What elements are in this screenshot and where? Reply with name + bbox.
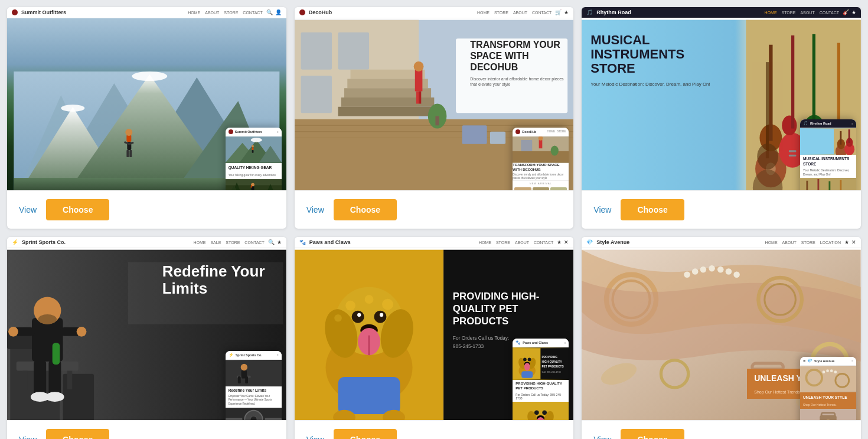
svg-rect-59 — [539, 140, 543, 148]
sprint-title: Redefine Your Limits — [162, 263, 280, 297]
browser-bar-paws: 🐾 Paws and Claws HOME STORE ABOUT CONTAC… — [295, 237, 574, 248]
svg-point-117 — [45, 392, 64, 402]
svg-point-162 — [523, 358, 527, 362]
svg-rect-106 — [67, 371, 72, 390]
mobile-mockup-style: ≡ 💎 Style Avenue ≡ — [800, 357, 856, 420]
icons-rhythm: 🎸 ★ — [843, 9, 856, 15]
sprint-text-block: Redefine Your Limits — [162, 263, 280, 297]
brand-dot-deco — [299, 9, 305, 15]
choose-button-style[interactable]: Choose — [621, 429, 684, 439]
svg-rect-87 — [840, 131, 841, 145]
svg-rect-97 — [828, 181, 830, 190]
svg-rect-120 — [226, 360, 282, 386]
svg-rect-76 — [812, 34, 815, 129]
svg-rect-115 — [48, 360, 61, 395]
svg-point-190 — [717, 266, 724, 273]
svg-point-205 — [830, 369, 833, 372]
paws-mob-img2 — [513, 402, 569, 420]
card-sprint-sports: ⚡ Sprint Sports Co. HOME SALE STORE CONT… — [7, 237, 286, 439]
svg-rect-57 — [513, 151, 569, 162]
svg-text:Call: 985-245-1733: Call: 985-245-1733 — [542, 372, 561, 374]
svg-text:PROVIDING: PROVIDING — [542, 356, 558, 359]
view-button-style[interactable]: View — [593, 435, 611, 439]
preview-paws: 🐾 Paws and Claws HOME STORE ABOUT CONTAC… — [295, 237, 574, 420]
svg-point-21 — [250, 138, 262, 142]
rhythm-mob-img — [800, 128, 856, 155]
svg-point-204 — [826, 369, 829, 372]
svg-rect-40 — [338, 32, 369, 70]
svg-text:PET PRODUCTS: PET PRODUCTS — [542, 365, 564, 368]
svg-rect-104 — [17, 362, 79, 371]
choose-button-sprint[interactable]: Choose — [46, 429, 109, 439]
view-button-summit[interactable]: View — [19, 205, 37, 214]
rhythm-mob-sub: Your Melodic Destination: Discover, Drea… — [800, 168, 856, 178]
view-button-deco[interactable]: View — [306, 205, 324, 214]
browser-bar-sprint: ⚡ Sprint Sports Co. HOME SALE STORE CONT… — [7, 237, 286, 248]
svg-rect-148 — [338, 377, 400, 414]
deco-mob-img — [513, 136, 569, 163]
svg-point-203 — [823, 370, 825, 373]
svg-rect-46 — [338, 107, 437, 116]
paws-mob-img: PROVIDING HIGH-QUALITY PET PRODUCTS Call… — [513, 347, 569, 380]
nav-sprint: HOME SALE STORE CONTACT — [193, 240, 264, 245]
icons-style: ★ ✕ — [844, 239, 856, 245]
mobile-mockup-sprint: ⚡ Sprint Sports Co. ≡ — [226, 351, 282, 420]
choose-button-rhythm[interactable]: Choose — [621, 199, 684, 220]
svg-point-123 — [240, 363, 247, 370]
choose-button-summit[interactable]: Choose — [46, 199, 109, 220]
choose-button-deco[interactable]: Choose — [334, 199, 397, 220]
style-mob-img — [800, 366, 856, 392]
footer-paws: View Choose — [295, 420, 574, 439]
svg-rect-73 — [789, 155, 797, 157]
svg-point-145 — [382, 299, 393, 310]
svg-rect-41 — [301, 76, 332, 113]
svg-rect-23 — [252, 150, 253, 153]
svg-point-192 — [734, 271, 740, 278]
sprint-mob-img — [226, 360, 282, 386]
svg-point-206 — [834, 370, 837, 373]
view-button-sprint[interactable]: View — [19, 435, 37, 439]
scene-summit: Summit Outfitters ≡ — [7, 18, 286, 190]
brand-name-summit: Summit Outfitters — [21, 9, 66, 15]
svg-point-12 — [125, 129, 132, 136]
svg-text:For Orders Call us Today:: For Orders Call us Today: — [453, 335, 509, 341]
svg-rect-90 — [849, 129, 850, 143]
svg-rect-67 — [769, 45, 773, 141]
svg-rect-50 — [419, 91, 421, 103]
svg-rect-13 — [126, 150, 129, 157]
preview-decohub: DecoHub HOME STORE ABOUT CONTACT 🛒 ★ — [295, 7, 574, 190]
svg-point-187 — [692, 268, 699, 275]
mob-img2-summit — [226, 179, 282, 190]
brand-name-sprint: Sprint Sports Co. — [22, 239, 66, 245]
choose-button-paws[interactable]: Choose — [334, 429, 397, 439]
svg-rect-130 — [265, 418, 282, 420]
view-button-paws[interactable]: View — [306, 435, 324, 439]
svg-text:QUALITY PET: QUALITY PET — [453, 303, 518, 314]
rhythm-mob-img2 — [800, 178, 856, 190]
svg-rect-42 — [350, 70, 425, 79]
icons-paws: ★ ✕ — [557, 239, 569, 245]
scene-deco: TRANSFORM YOUR SPACE WITH DECOHUB Discov… — [295, 18, 574, 190]
svg-rect-166 — [522, 372, 533, 378]
preview-style: 💎 Style Avenue HOME ABOUT STORE LOCATION… — [582, 237, 861, 420]
footer-deco: View Choose — [295, 190, 574, 229]
svg-rect-72 — [789, 150, 797, 152]
svg-point-8 — [132, 71, 167, 81]
view-button-rhythm[interactable]: View — [593, 205, 611, 214]
svg-point-128 — [250, 416, 256, 420]
icons-sprint: 🔍 ★ — [268, 239, 282, 245]
brand-dot-summit — [12, 9, 18, 15]
svg-point-191 — [726, 268, 732, 275]
scene-sprint: Redefine Your Limits ⚡ Sprint Sports Co.… — [7, 248, 286, 420]
svg-rect-118 — [53, 343, 60, 365]
svg-rect-129 — [226, 418, 243, 420]
svg-point-189 — [709, 265, 716, 272]
footer-style: View Choose — [582, 420, 861, 439]
svg-point-140 — [380, 313, 383, 317]
svg-rect-71 — [791, 35, 794, 129]
brand-name-rhythm: Rhythm Road — [596, 9, 631, 15]
svg-rect-49 — [416, 91, 419, 103]
nav-paws: HOME STORE ABOUT CONTACT — [479, 240, 553, 245]
deco-sub: Discover interior and affordable home de… — [470, 76, 564, 88]
svg-rect-99 — [840, 180, 841, 190]
